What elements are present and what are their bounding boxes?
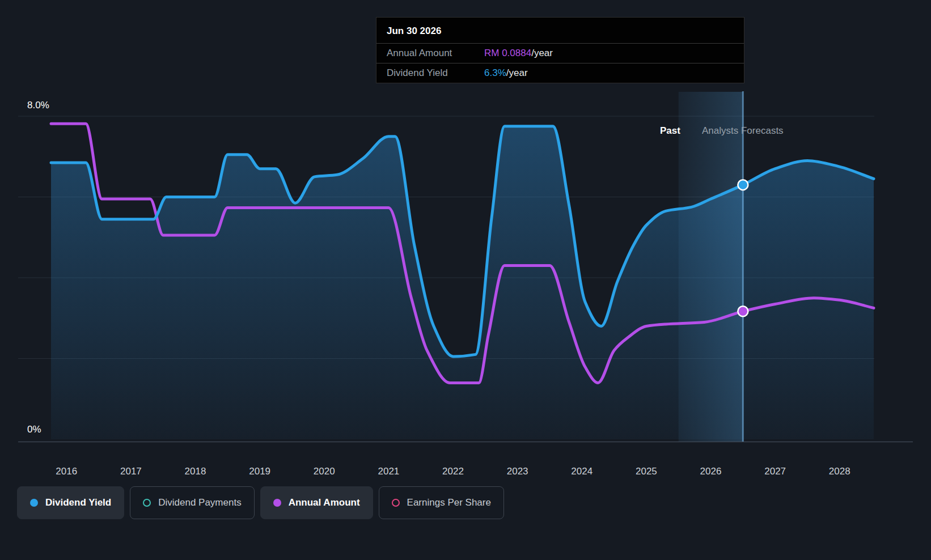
x-axis-tick-2023: 2023 <box>492 466 543 477</box>
x-axis-tick-2019: 2019 <box>234 466 285 477</box>
tooltip-suffix: /year <box>531 48 553 59</box>
x-axis-tick-2018: 2018 <box>170 466 221 477</box>
dividend-yield-marker[interactable] <box>738 180 748 190</box>
analysts-forecasts-label: Analysts Forecasts <box>702 125 784 137</box>
y-axis-label-top: 8.0% <box>27 100 49 111</box>
annual-amount-marker-icon <box>273 499 281 507</box>
x-axis-tick-2027: 2027 <box>750 466 801 477</box>
tooltip-row-value: 6.3% <box>484 67 506 79</box>
dividend-yield-marker-icon <box>30 499 38 507</box>
tooltip-row-annual-amount: Annual Amount RM 0.0884/year <box>376 44 744 63</box>
past-label: Past <box>660 125 680 137</box>
dividend-payments-marker-icon <box>143 499 151 507</box>
x-axis-tick-2017: 2017 <box>105 466 156 477</box>
x-axis-tick-2025: 2025 <box>621 466 672 477</box>
x-axis-tick-2022: 2022 <box>428 466 479 477</box>
tooltip-suffix: /year <box>506 67 528 79</box>
y-axis-label-bottom: 0% <box>27 424 41 435</box>
legend-label: Dividend Yield <box>45 497 111 508</box>
x-axis-tick-2024: 2024 <box>556 466 607 477</box>
legend-button-dividend-yield[interactable]: Dividend Yield <box>17 486 124 519</box>
tooltip-label: Dividend Yield <box>387 67 484 79</box>
earnings-per-share-marker-icon <box>392 499 400 507</box>
hover-tooltip: Jun 30 2026 Annual Amount RM 0.0884/year… <box>376 17 744 83</box>
legend-button-earnings-per-share[interactable]: Earnings Per Share <box>379 486 504 519</box>
tooltip-label: Annual Amount <box>387 48 484 59</box>
dividend-chart-page: 8.0% 0% Past Analysts Forecasts 20162017… <box>0 0 931 560</box>
tooltip-row-value: RM 0.0884 <box>484 48 531 59</box>
legend-button-annual-amount[interactable]: Annual Amount <box>260 486 373 519</box>
legend-label: Earnings Per Share <box>407 497 491 508</box>
x-axis-tick-2028: 2028 <box>814 466 865 477</box>
legend-label: Annual Amount <box>289 497 360 508</box>
x-axis-tick-2021: 2021 <box>363 466 414 477</box>
tooltip-date: Jun 30 2026 <box>376 18 744 44</box>
legend: Dividend YieldDividend PaymentsAnnual Am… <box>17 486 504 519</box>
x-axis-tick-2020: 2020 <box>299 466 350 477</box>
x-axis-tick-2016: 2016 <box>41 466 92 477</box>
x-axis-tick-2026: 2026 <box>685 466 737 477</box>
tooltip-row-dividend-yield: Dividend Yield 6.3%/year <box>376 63 744 83</box>
annual-amount-marker[interactable] <box>738 306 748 316</box>
legend-button-dividend-payments[interactable]: Dividend Payments <box>130 486 254 519</box>
yield-area-fill <box>51 126 874 439</box>
legend-label: Dividend Payments <box>158 497 241 508</box>
forecast-highlight-band <box>679 92 743 442</box>
